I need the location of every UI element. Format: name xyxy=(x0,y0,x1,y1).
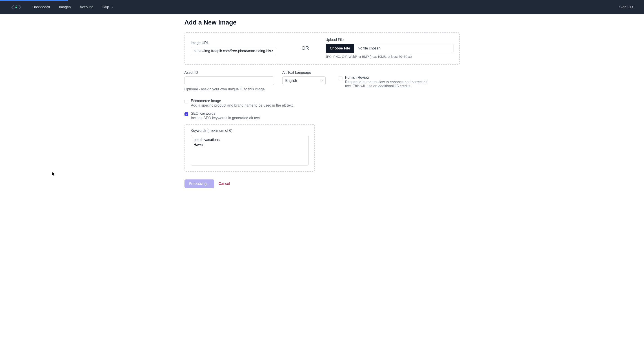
asset-id-section: Asset ID Optional - assign your own uniq… xyxy=(184,71,274,92)
chevron-down-icon xyxy=(110,6,114,9)
ecommerce-section: Ecommerce Image Add a specific product a… xyxy=(184,99,460,108)
or-divider: OR xyxy=(288,45,323,51)
nav-help[interactable]: Help xyxy=(102,5,114,9)
seo-desc: Include SEO keywords in generated alt te… xyxy=(191,116,261,120)
nav-help-label: Help xyxy=(102,5,109,9)
choose-file-button[interactable]: Choose File xyxy=(326,44,354,53)
human-review-label: Human Review xyxy=(345,76,430,80)
seo-label: SEO Keywords xyxy=(191,112,261,116)
ecommerce-label: Ecommerce Image xyxy=(191,99,294,103)
language-select[interactable]: English xyxy=(282,77,326,85)
ecommerce-checkbox[interactable] xyxy=(184,100,188,103)
file-picker: Choose File No file chosen xyxy=(326,44,454,53)
human-review-section: Human Review Request a human review to e… xyxy=(339,71,460,92)
asset-id-label: Asset ID xyxy=(184,71,274,75)
submit-button[interactable]: Processing... xyxy=(184,179,214,188)
image-url-section: Image URL xyxy=(191,41,285,55)
ecommerce-desc: Add a specific product and brand name to… xyxy=(191,103,294,108)
nav-images[interactable]: Images xyxy=(59,5,70,9)
upload-box: Image URL OR Upload File Choose File No … xyxy=(184,32,460,65)
upload-file-label: Upload File xyxy=(326,38,454,42)
seo-checkbox[interactable] xyxy=(184,112,188,116)
keywords-label: Keywords (maximum of 6) xyxy=(191,129,308,133)
check-icon xyxy=(185,113,188,115)
app-header: Dashboard Images Account Help Sign Out xyxy=(0,0,644,15)
human-review-checkbox[interactable] xyxy=(339,76,342,80)
nav-account[interactable]: Account xyxy=(80,5,93,9)
upload-file-section: Upload File Choose File No file chosen J… xyxy=(326,38,454,59)
main-content: Add a New Image Image URL OR Upload File… xyxy=(184,15,460,197)
asset-id-input[interactable] xyxy=(184,77,274,85)
keywords-box: Keywords (maximum of 6) xyxy=(184,124,315,172)
file-hint: JPG, PNG, GIF, WebP, or BMP (max 10MB, a… xyxy=(326,55,454,59)
sign-out-link[interactable]: Sign Out xyxy=(619,5,633,9)
logo[interactable] xyxy=(11,4,22,10)
page-title: Add a New Image xyxy=(184,19,460,26)
seo-section: SEO Keywords Include SEO keywords in gen… xyxy=(184,112,460,120)
cancel-button[interactable]: Cancel xyxy=(219,182,230,186)
human-review-desc: Request a human review to enhance and co… xyxy=(345,80,430,88)
asset-id-hint: Optional - assign your own unique ID to … xyxy=(184,87,274,91)
main-nav: Dashboard Images Account Help xyxy=(32,5,619,9)
image-url-label: Image URL xyxy=(191,41,285,45)
keywords-textarea[interactable] xyxy=(191,135,308,166)
file-status: No file chosen xyxy=(354,44,453,53)
form-row: Asset ID Optional - assign your own uniq… xyxy=(184,71,460,92)
image-url-input[interactable] xyxy=(191,47,276,55)
nav-dashboard[interactable]: Dashboard xyxy=(32,5,50,9)
cursor-icon xyxy=(52,172,56,177)
logo-icon xyxy=(11,4,22,10)
form-actions: Processing... Cancel xyxy=(184,179,460,188)
language-label: Alt Text Language xyxy=(282,71,326,75)
loading-bar xyxy=(0,0,68,1)
language-section: Alt Text Language English xyxy=(282,71,326,92)
